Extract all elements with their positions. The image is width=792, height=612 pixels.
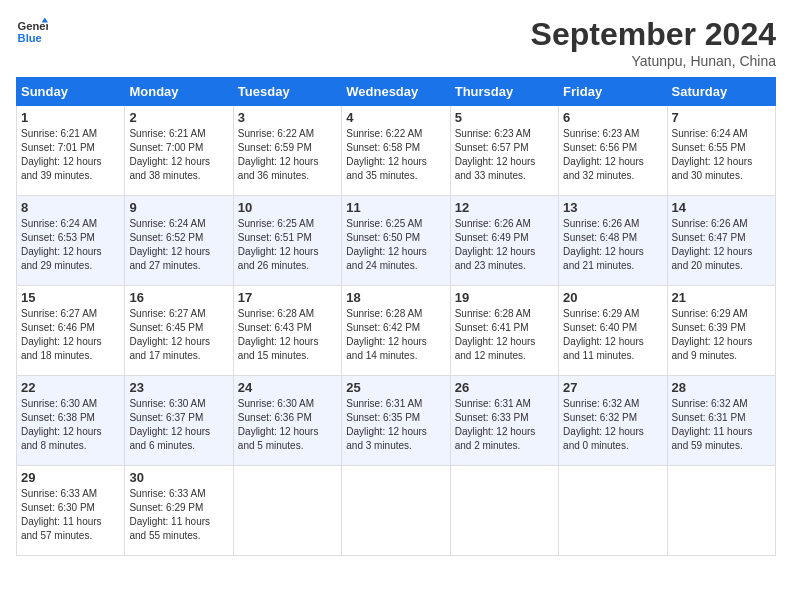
day-cell: 23 Sunrise: 6:30 AMSunset: 6:37 PMDaylig…: [125, 376, 233, 466]
day-info: Sunrise: 6:23 AMSunset: 6:56 PMDaylight:…: [563, 127, 662, 183]
day-number: 10: [238, 200, 337, 215]
col-wednesday: Wednesday: [342, 78, 450, 106]
day-info: Sunrise: 6:27 AMSunset: 6:45 PMDaylight:…: [129, 307, 228, 363]
day-cell: 28 Sunrise: 6:32 AMSunset: 6:31 PMDaylig…: [667, 376, 775, 466]
calendar-row: 1 Sunrise: 6:21 AMSunset: 7:01 PMDayligh…: [17, 106, 776, 196]
day-cell: 7 Sunrise: 6:24 AMSunset: 6:55 PMDayligh…: [667, 106, 775, 196]
day-info: Sunrise: 6:30 AMSunset: 6:38 PMDaylight:…: [21, 397, 120, 453]
day-number: 21: [672, 290, 771, 305]
day-info: Sunrise: 6:21 AMSunset: 7:01 PMDaylight:…: [21, 127, 120, 183]
day-cell: 17 Sunrise: 6:28 AMSunset: 6:43 PMDaylig…: [233, 286, 341, 376]
title-block: September 2024 Yatunpu, Hunan, China: [531, 16, 776, 69]
day-info: Sunrise: 6:25 AMSunset: 6:51 PMDaylight:…: [238, 217, 337, 273]
col-thursday: Thursday: [450, 78, 558, 106]
logo-icon: General Blue: [16, 16, 48, 48]
calendar-table: Sunday Monday Tuesday Wednesday Thursday…: [16, 77, 776, 556]
day-cell: 29 Sunrise: 6:33 AMSunset: 6:30 PMDaylig…: [17, 466, 125, 556]
day-info: Sunrise: 6:33 AMSunset: 6:29 PMDaylight:…: [129, 487, 228, 543]
day-number: 29: [21, 470, 120, 485]
day-info: Sunrise: 6:24 AMSunset: 6:53 PMDaylight:…: [21, 217, 120, 273]
day-cell: 1 Sunrise: 6:21 AMSunset: 7:01 PMDayligh…: [17, 106, 125, 196]
calendar-row: 22 Sunrise: 6:30 AMSunset: 6:38 PMDaylig…: [17, 376, 776, 466]
day-number: 8: [21, 200, 120, 215]
day-number: 5: [455, 110, 554, 125]
logo: General Blue: [16, 16, 48, 48]
day-number: 20: [563, 290, 662, 305]
day-info: Sunrise: 6:29 AMSunset: 6:40 PMDaylight:…: [563, 307, 662, 363]
day-info: Sunrise: 6:26 AMSunset: 6:48 PMDaylight:…: [563, 217, 662, 273]
day-info: Sunrise: 6:28 AMSunset: 6:41 PMDaylight:…: [455, 307, 554, 363]
day-number: 11: [346, 200, 445, 215]
day-number: 28: [672, 380, 771, 395]
day-number: 27: [563, 380, 662, 395]
day-info: Sunrise: 6:31 AMSunset: 6:35 PMDaylight:…: [346, 397, 445, 453]
month-title: September 2024: [531, 16, 776, 53]
day-number: 18: [346, 290, 445, 305]
page-header: General Blue September 2024 Yatunpu, Hun…: [16, 16, 776, 69]
day-number: 9: [129, 200, 228, 215]
day-cell: 27 Sunrise: 6:32 AMSunset: 6:32 PMDaylig…: [559, 376, 667, 466]
day-info: Sunrise: 6:24 AMSunset: 6:55 PMDaylight:…: [672, 127, 771, 183]
empty-cell: [667, 466, 775, 556]
calendar-row: 29 Sunrise: 6:33 AMSunset: 6:30 PMDaylig…: [17, 466, 776, 556]
day-number: 26: [455, 380, 554, 395]
day-info: Sunrise: 6:28 AMSunset: 6:43 PMDaylight:…: [238, 307, 337, 363]
day-info: Sunrise: 6:32 AMSunset: 6:31 PMDaylight:…: [672, 397, 771, 453]
day-number: 1: [21, 110, 120, 125]
day-info: Sunrise: 6:32 AMSunset: 6:32 PMDaylight:…: [563, 397, 662, 453]
empty-cell: [233, 466, 341, 556]
col-saturday: Saturday: [667, 78, 775, 106]
day-cell: 19 Sunrise: 6:28 AMSunset: 6:41 PMDaylig…: [450, 286, 558, 376]
col-monday: Monday: [125, 78, 233, 106]
calendar-row: 8 Sunrise: 6:24 AMSunset: 6:53 PMDayligh…: [17, 196, 776, 286]
day-cell: 26 Sunrise: 6:31 AMSunset: 6:33 PMDaylig…: [450, 376, 558, 466]
day-info: Sunrise: 6:25 AMSunset: 6:50 PMDaylight:…: [346, 217, 445, 273]
day-cell: 20 Sunrise: 6:29 AMSunset: 6:40 PMDaylig…: [559, 286, 667, 376]
day-info: Sunrise: 6:21 AMSunset: 7:00 PMDaylight:…: [129, 127, 228, 183]
day-info: Sunrise: 6:27 AMSunset: 6:46 PMDaylight:…: [21, 307, 120, 363]
day-number: 19: [455, 290, 554, 305]
day-cell: 21 Sunrise: 6:29 AMSunset: 6:39 PMDaylig…: [667, 286, 775, 376]
day-cell: 30 Sunrise: 6:33 AMSunset: 6:29 PMDaylig…: [125, 466, 233, 556]
day-cell: 13 Sunrise: 6:26 AMSunset: 6:48 PMDaylig…: [559, 196, 667, 286]
day-number: 13: [563, 200, 662, 215]
day-number: 14: [672, 200, 771, 215]
day-cell: 16 Sunrise: 6:27 AMSunset: 6:45 PMDaylig…: [125, 286, 233, 376]
day-number: 6: [563, 110, 662, 125]
day-cell: 8 Sunrise: 6:24 AMSunset: 6:53 PMDayligh…: [17, 196, 125, 286]
day-cell: 15 Sunrise: 6:27 AMSunset: 6:46 PMDaylig…: [17, 286, 125, 376]
day-number: 3: [238, 110, 337, 125]
day-cell: 9 Sunrise: 6:24 AMSunset: 6:52 PMDayligh…: [125, 196, 233, 286]
day-info: Sunrise: 6:30 AMSunset: 6:37 PMDaylight:…: [129, 397, 228, 453]
day-number: 16: [129, 290, 228, 305]
empty-cell: [450, 466, 558, 556]
day-cell: 6 Sunrise: 6:23 AMSunset: 6:56 PMDayligh…: [559, 106, 667, 196]
day-cell: 10 Sunrise: 6:25 AMSunset: 6:51 PMDaylig…: [233, 196, 341, 286]
col-sunday: Sunday: [17, 78, 125, 106]
day-cell: 4 Sunrise: 6:22 AMSunset: 6:58 PMDayligh…: [342, 106, 450, 196]
day-info: Sunrise: 6:22 AMSunset: 6:58 PMDaylight:…: [346, 127, 445, 183]
day-cell: 14 Sunrise: 6:26 AMSunset: 6:47 PMDaylig…: [667, 196, 775, 286]
day-cell: 11 Sunrise: 6:25 AMSunset: 6:50 PMDaylig…: [342, 196, 450, 286]
day-number: 17: [238, 290, 337, 305]
day-number: 23: [129, 380, 228, 395]
empty-cell: [559, 466, 667, 556]
day-number: 30: [129, 470, 228, 485]
day-cell: 5 Sunrise: 6:23 AMSunset: 6:57 PMDayligh…: [450, 106, 558, 196]
day-number: 22: [21, 380, 120, 395]
day-info: Sunrise: 6:29 AMSunset: 6:39 PMDaylight:…: [672, 307, 771, 363]
day-cell: 18 Sunrise: 6:28 AMSunset: 6:42 PMDaylig…: [342, 286, 450, 376]
day-cell: 22 Sunrise: 6:30 AMSunset: 6:38 PMDaylig…: [17, 376, 125, 466]
day-info: Sunrise: 6:26 AMSunset: 6:47 PMDaylight:…: [672, 217, 771, 273]
day-number: 2: [129, 110, 228, 125]
day-number: 4: [346, 110, 445, 125]
day-number: 7: [672, 110, 771, 125]
day-cell: 25 Sunrise: 6:31 AMSunset: 6:35 PMDaylig…: [342, 376, 450, 466]
col-tuesday: Tuesday: [233, 78, 341, 106]
location: Yatunpu, Hunan, China: [531, 53, 776, 69]
empty-cell: [342, 466, 450, 556]
svg-text:Blue: Blue: [18, 32, 42, 44]
day-info: Sunrise: 6:22 AMSunset: 6:59 PMDaylight:…: [238, 127, 337, 183]
day-cell: 3 Sunrise: 6:22 AMSunset: 6:59 PMDayligh…: [233, 106, 341, 196]
day-number: 15: [21, 290, 120, 305]
